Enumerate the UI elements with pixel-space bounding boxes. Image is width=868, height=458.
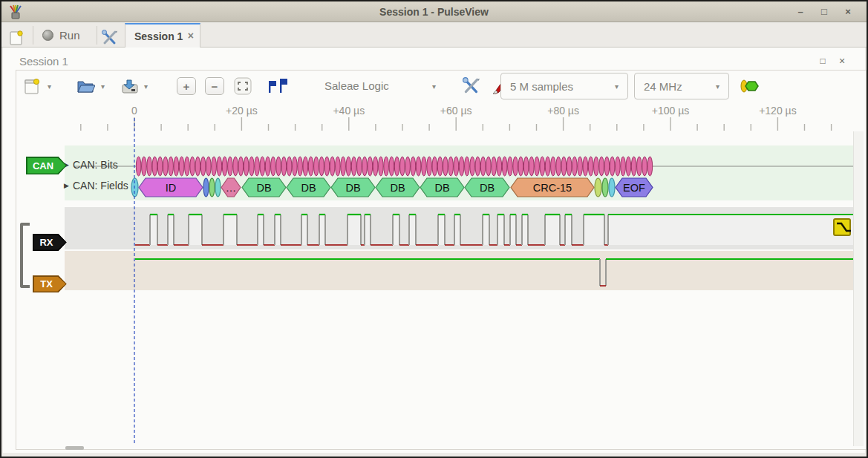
field-annotation <box>602 178 608 197</box>
rx-pulse <box>393 215 399 245</box>
field-annotation <box>215 178 221 197</box>
waveform-canvas[interactable]: 0+20 µs+40 µs+60 µs+80 µs+100 µs+120 µsI… <box>1 1 868 458</box>
ruler-label: +100 µs <box>652 105 690 117</box>
bit-annotation <box>647 157 653 176</box>
bit-annotation <box>492 157 497 176</box>
bit-annotation <box>330 157 335 176</box>
bit-annotation <box>448 157 454 176</box>
bit-annotation <box>238 157 244 176</box>
decoder-tag-label: CAN <box>26 157 67 174</box>
bit-annotation <box>276 157 281 176</box>
bit-annotation <box>567 157 572 176</box>
bit-annotation <box>637 157 642 176</box>
ruler-label: +20 µs <box>226 105 258 117</box>
h-scrollbar-thumb[interactable] <box>65 446 84 450</box>
bit-annotation <box>432 157 437 176</box>
bit-annotation <box>206 157 212 176</box>
bit-annotation <box>174 157 179 176</box>
bit-annotation <box>169 157 174 176</box>
bit-annotation <box>631 157 636 176</box>
bit-annotation <box>255 157 260 176</box>
bit-annotation <box>610 157 615 176</box>
trigger-marker-falling-icon[interactable] <box>834 219 850 235</box>
bit-annotation <box>308 157 313 176</box>
bit-annotation <box>185 157 190 176</box>
rx-pulse <box>168 215 174 245</box>
rx-pulse <box>275 215 281 245</box>
bit-annotation <box>518 157 523 176</box>
bit-annotation <box>368 157 373 176</box>
bit-annotation <box>405 157 411 176</box>
bit-annotation <box>249 157 255 176</box>
bit-annotation <box>314 157 319 176</box>
pulseview-window: Session 1 - PulseView – □ × Run <box>0 0 868 458</box>
bit-annotation <box>341 157 346 176</box>
bit-annotation <box>222 157 227 176</box>
bit-annotation <box>195 157 200 176</box>
bit-annotation <box>529 157 535 176</box>
bit-annotation <box>626 157 631 176</box>
rx-pulse <box>483 215 489 245</box>
field-annotation-label: DB <box>434 182 449 194</box>
bit-annotation <box>551 157 556 176</box>
field-annotation <box>209 178 215 197</box>
rx-pulse <box>438 215 445 245</box>
bit-annotation <box>281 157 287 176</box>
bit-annotation <box>454 157 459 176</box>
bit-annotation <box>298 157 303 176</box>
row-label-can-fields[interactable]: CAN: Fields <box>73 180 128 192</box>
row-label-can-bits[interactable]: CAN: Bits <box>73 159 118 171</box>
bit-annotation <box>621 157 626 176</box>
bit-annotation <box>437 157 443 176</box>
field-annotation-label: EOF <box>623 182 645 194</box>
rx-pulse <box>301 215 307 245</box>
bit-annotation <box>271 157 276 176</box>
field-annotation <box>609 178 615 197</box>
bit-annotation <box>465 157 470 176</box>
field-annotation-label: DB <box>390 182 405 194</box>
bit-annotation <box>157 157 163 176</box>
field-annotation-label: DB <box>345 182 360 194</box>
bit-annotation <box>497 157 502 176</box>
rx-pulse <box>189 215 202 245</box>
bit-annotation <box>163 157 169 176</box>
field-annotation-label: … <box>226 182 237 194</box>
bit-annotation <box>394 157 399 176</box>
decoder-tag-can[interactable]: CAN <box>26 157 67 174</box>
ruler-label: +80 µs <box>547 105 579 117</box>
rx-pulse <box>608 215 853 245</box>
bit-annotation <box>416 157 421 176</box>
bit-annotation <box>351 157 356 176</box>
rx-pulse <box>319 215 325 245</box>
bit-annotation <box>136 157 141 176</box>
bit-annotation <box>384 157 389 176</box>
bit-annotation <box>475 157 480 176</box>
bit-annotation <box>373 157 378 176</box>
bit-annotation <box>545 157 550 176</box>
bit-annotation <box>561 157 567 176</box>
bit-annotation <box>217 157 222 176</box>
rx-pulse <box>258 215 264 245</box>
bit-annotation <box>400 157 405 176</box>
ruler-label: +120 µs <box>759 105 797 117</box>
bit-annotation <box>427 157 432 176</box>
bit-annotation <box>287 157 292 176</box>
field-annotation <box>595 178 601 197</box>
rx-pulse <box>510 215 516 245</box>
rx-pulse <box>522 215 528 245</box>
v-scrollbar-track[interactable] <box>853 131 864 446</box>
bit-annotation <box>324 157 330 176</box>
ruler-label: 0 <box>131 105 137 117</box>
bit-annotation <box>152 157 157 176</box>
bit-annotation <box>379 157 384 176</box>
rx-pulse <box>497 215 504 245</box>
bit-annotation <box>336 157 341 176</box>
field-annotation-label: CRC-15 <box>533 182 572 194</box>
field-annotation <box>203 178 209 197</box>
bit-annotation <box>508 157 513 176</box>
bit-annotation <box>443 157 448 176</box>
rx-pulse <box>347 215 361 245</box>
ruler-label: +40 µs <box>333 105 365 117</box>
expand-arrow-icon[interactable]: ▶ <box>64 182 69 189</box>
bit-annotation <box>212 157 217 176</box>
